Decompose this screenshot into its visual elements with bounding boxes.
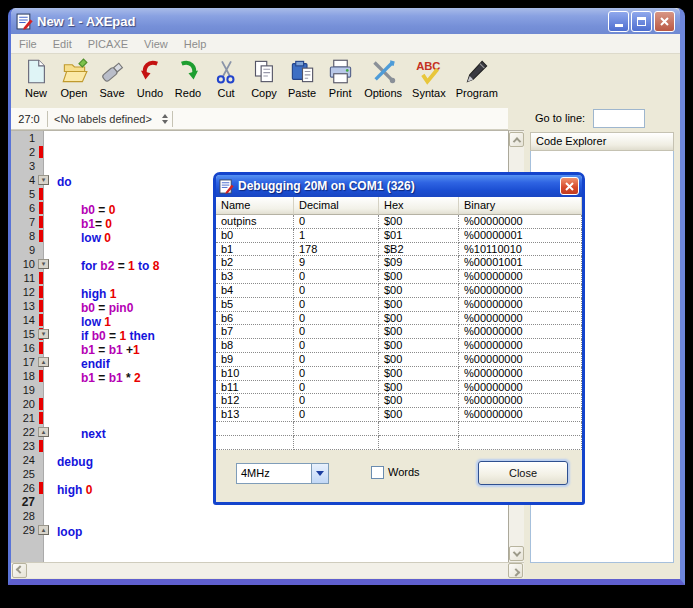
debug-variables-table[interactable]: NameDecimalHexBinaryoutpins0$00%00000000… bbox=[216, 197, 582, 450]
table-row[interactable]: b120$00%00000000 bbox=[216, 394, 582, 408]
fold-marker-down-icon[interactable]: ▾ bbox=[38, 259, 49, 269]
column-header-name[interactable]: Name bbox=[216, 197, 294, 215]
goto-line-input[interactable] bbox=[593, 109, 645, 128]
table-row[interactable]: b1178$B2%10110010 bbox=[216, 243, 582, 257]
minimize-button[interactable] bbox=[608, 11, 629, 32]
table-cell: 0 bbox=[294, 325, 379, 339]
change-bar bbox=[39, 412, 43, 424]
code-token: * bbox=[123, 371, 134, 385]
scroll-right-button[interactable] bbox=[508, 563, 523, 578]
labels-spinner[interactable] bbox=[162, 114, 168, 124]
code-line[interactable] bbox=[45, 133, 508, 147]
table-row[interactable]: b100$00%00000000 bbox=[216, 367, 582, 381]
menu-help[interactable]: Help bbox=[184, 38, 207, 50]
code-line[interactable] bbox=[45, 511, 508, 525]
table-row[interactable]: b130$00%00000000 bbox=[216, 408, 582, 422]
dialog-close-button[interactable] bbox=[560, 177, 579, 195]
table-row[interactable]: b70$00%00000000 bbox=[216, 325, 582, 339]
program-button[interactable]: Program bbox=[451, 56, 503, 101]
scroll-up-button[interactable] bbox=[509, 132, 524, 147]
main-titlebar[interactable]: New 1 - AXEpad bbox=[11, 8, 680, 34]
column-header-binary[interactable]: Binary bbox=[459, 197, 582, 215]
change-bar bbox=[39, 300, 43, 312]
undo-button[interactable]: Undo bbox=[131, 56, 169, 101]
copy-button[interactable]: Copy bbox=[245, 56, 283, 101]
table-cell: b0 bbox=[216, 229, 294, 243]
table-row[interactable]: b01$01%00000001 bbox=[216, 229, 582, 243]
code-line[interactable] bbox=[45, 147, 508, 161]
fold-marker-down-icon[interactable]: ▾ bbox=[38, 175, 49, 185]
fold-marker-up-icon[interactable]: ▴ bbox=[38, 357, 49, 367]
table-row[interactable]: b30$00%00000000 bbox=[216, 270, 582, 284]
labels-dropdown[interactable]: <No labels defined> bbox=[48, 113, 158, 125]
code-token: + bbox=[123, 343, 133, 357]
redo-arrow-icon bbox=[175, 58, 202, 85]
table-cell: %10110010 bbox=[459, 243, 582, 257]
table-cell: $01 bbox=[379, 229, 459, 243]
change-bar bbox=[39, 230, 43, 242]
options-button[interactable]: Options bbox=[359, 56, 407, 101]
print-button[interactable]: Print bbox=[321, 56, 359, 101]
save-button[interactable]: Save bbox=[93, 56, 131, 101]
table-cell: %00000000 bbox=[459, 215, 582, 229]
table-row[interactable]: b110$00%00000000 bbox=[216, 381, 582, 395]
line-number: 11 bbox=[11, 271, 43, 285]
table-row[interactable]: b40$00%00000000 bbox=[216, 284, 582, 298]
code-token: 0 bbox=[105, 217, 112, 231]
table-row[interactable]: b60$00%00000000 bbox=[216, 312, 582, 326]
maximize-button[interactable] bbox=[631, 11, 652, 32]
paste-button[interactable]: Paste bbox=[283, 56, 321, 101]
close-dialog-button[interactable]: Close bbox=[478, 461, 568, 485]
scroll-left-button[interactable] bbox=[12, 563, 27, 578]
debug-dialog-titlebar[interactable]: Debugging 20M on COM1 (326) bbox=[216, 175, 582, 197]
print-printer-icon bbox=[327, 58, 354, 85]
line-number: 15▾ bbox=[11, 327, 43, 341]
table-row[interactable]: b80$00%00000000 bbox=[216, 339, 582, 353]
new-button[interactable]: New bbox=[17, 56, 55, 101]
code-token: = bbox=[95, 343, 109, 357]
table-row[interactable] bbox=[216, 422, 582, 436]
table-cell: 0 bbox=[294, 298, 379, 312]
menu-view[interactable]: View bbox=[144, 38, 168, 50]
line-number: 20 bbox=[11, 397, 43, 411]
code-token: next bbox=[81, 427, 106, 441]
open-button[interactable]: Open bbox=[55, 56, 93, 101]
menu-edit[interactable]: Edit bbox=[53, 38, 72, 50]
editor-horizontal-scrollbar[interactable] bbox=[11, 562, 524, 578]
table-row[interactable]: b29$09%00001001 bbox=[216, 256, 582, 270]
table-cell: $00 bbox=[379, 270, 459, 284]
clock-speed-select[interactable]: 4MHz bbox=[236, 463, 329, 484]
table-row[interactable]: outpins0$00%00000000 bbox=[216, 215, 582, 229]
close-window-button[interactable] bbox=[654, 11, 675, 32]
line-number: 13 bbox=[11, 299, 43, 313]
table-cell: 0 bbox=[294, 339, 379, 353]
table-row[interactable]: b90$00%00000000 bbox=[216, 353, 582, 367]
scroll-down-button[interactable] bbox=[509, 546, 524, 561]
fold-marker-up-icon[interactable]: ▴ bbox=[38, 427, 49, 437]
table-cell: %00001001 bbox=[459, 256, 582, 270]
table-row[interactable]: b50$00%00000000 bbox=[216, 298, 582, 312]
cut-button[interactable]: Cut bbox=[207, 56, 245, 101]
code-token: 0 bbox=[109, 203, 116, 217]
nav-strip-left: 27:0 <No labels defined> bbox=[11, 108, 508, 130]
goto-line-label: Go to line: bbox=[535, 112, 585, 124]
menu-file[interactable]: File bbox=[19, 38, 37, 50]
change-bar bbox=[39, 146, 43, 158]
words-checkbox[interactable] bbox=[371, 466, 384, 479]
table-cell: 0 bbox=[294, 408, 379, 422]
fold-marker-down-icon[interactable]: ▾ bbox=[38, 329, 49, 339]
dropdown-button[interactable] bbox=[311, 464, 328, 483]
line-number: 29▴ bbox=[11, 523, 43, 537]
column-header-hex[interactable]: Hex bbox=[379, 197, 459, 215]
code-explorer-header[interactable]: Code Explorer bbox=[530, 132, 674, 151]
column-header-decimal[interactable]: Decimal bbox=[294, 197, 379, 215]
line-number: 25 bbox=[11, 467, 43, 481]
table-cell: 178 bbox=[294, 243, 379, 257]
table-row[interactable] bbox=[216, 436, 582, 450]
syntax-button[interactable]: ABCSyntax bbox=[407, 56, 451, 101]
menu-picaxe[interactable]: PICAXE bbox=[88, 38, 128, 50]
redo-button[interactable]: Redo bbox=[169, 56, 207, 101]
change-bar bbox=[39, 482, 43, 494]
fold-marker-up-icon[interactable]: ▴ bbox=[38, 525, 49, 535]
code-line[interactable]: loop bbox=[45, 525, 508, 539]
